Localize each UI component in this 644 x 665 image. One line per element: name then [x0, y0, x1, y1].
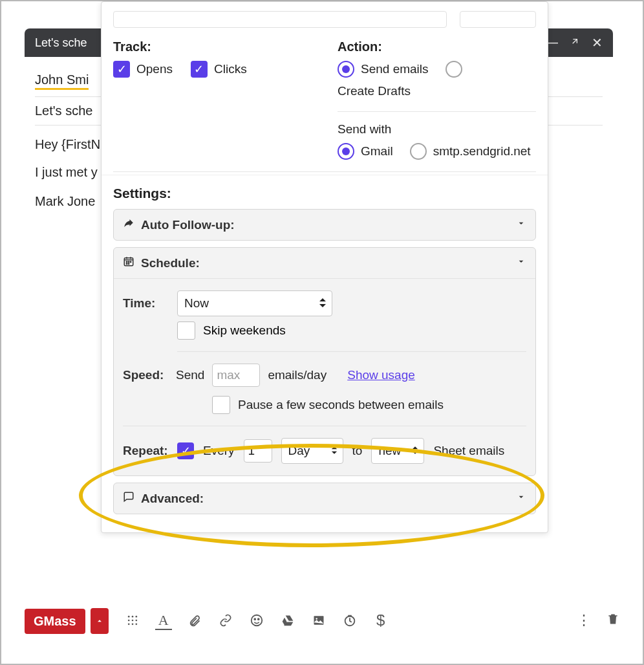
image-icon[interactable]	[310, 612, 327, 629]
comment-icon	[123, 491, 134, 506]
repeat-to-text: to	[352, 444, 363, 458]
track-opens-checkbox[interactable]: ✓	[113, 61, 130, 78]
skip-weekends-label: Skip weekends	[203, 323, 286, 338]
link-icon[interactable]	[217, 612, 234, 629]
confidential-icon[interactable]	[341, 612, 358, 629]
svg-point-7	[131, 624, 133, 626]
sendwith-gmail-label: Gmail	[361, 144, 393, 158]
svg-point-9	[251, 615, 262, 626]
svg-point-11	[257, 618, 259, 620]
chevron-down-icon	[516, 218, 526, 232]
expand-icon[interactable]	[570, 35, 580, 50]
chevron-down-icon	[516, 492, 526, 505]
speed-max-input[interactable]: max	[212, 364, 260, 387]
repeat-sheet-label: Sheet emails	[433, 444, 504, 458]
svg-point-6	[127, 624, 129, 626]
emoji-icon[interactable]	[248, 612, 265, 629]
repeat-every-text: Every	[203, 444, 235, 458]
dollar-icon[interactable]: $	[372, 612, 389, 629]
close-icon[interactable]: ✕	[592, 35, 603, 50]
pause-label: Pause a few seconds between emails	[238, 398, 444, 412]
drive-icon[interactable]	[279, 612, 296, 629]
sendwith-label: Send with	[338, 122, 536, 136]
time-select[interactable]: Now	[177, 290, 332, 316]
advanced-section: Advanced:	[113, 483, 536, 514]
action-label: Action:	[338, 39, 536, 54]
speed-send-text: Send	[176, 368, 204, 382]
action-create-drafts-radio[interactable]	[445, 61, 462, 78]
svg-point-1	[131, 616, 133, 618]
skip-weekends-checkbox[interactable]	[177, 322, 195, 340]
svg-point-19	[126, 263, 127, 265]
track-clicks-checkbox[interactable]: ✓	[191, 61, 208, 78]
repeat-label: Repeat:	[123, 444, 168, 458]
reply-icon	[123, 217, 134, 232]
svg-point-4	[131, 620, 133, 622]
sendwith-gmail-radio[interactable]	[338, 143, 354, 160]
action-send-emails-radio[interactable]	[338, 61, 354, 78]
formatting-options-icon[interactable]	[124, 612, 141, 629]
gmass-send-button[interactable]: GMass	[25, 609, 85, 634]
time-label: Time:	[123, 296, 168, 311]
svg-point-18	[130, 261, 131, 263]
svg-point-16	[126, 261, 127, 263]
repeat-checkbox[interactable]: ✓	[177, 442, 194, 459]
action-send-emails-label: Send emails	[361, 62, 429, 76]
track-clicks-label: Clicks	[214, 62, 247, 76]
schedule-section: Schedule: Time: Now	[113, 247, 536, 476]
repeat-to-select[interactable]: new	[371, 438, 424, 464]
auto-followup-header[interactable]: Auto Follow-up:	[114, 210, 535, 240]
advanced-title: Advanced:	[141, 492, 204, 506]
advanced-header[interactable]: Advanced:	[114, 483, 535, 514]
speed-suffix: emails/day	[268, 368, 327, 382]
settings-label: Settings:	[102, 175, 548, 209]
font-icon[interactable]: A	[155, 612, 172, 630]
auto-followup-section: Auto Follow-up:	[113, 209, 536, 241]
svg-point-2	[135, 616, 137, 618]
compose-toolbar: GMass A	[25, 607, 623, 635]
pause-checkbox[interactable]	[212, 396, 230, 414]
recipient-chip[interactable]: John Smi	[35, 72, 89, 90]
svg-point-20	[128, 263, 129, 265]
track-opens-label: Opens	[136, 62, 173, 76]
calendar-icon	[123, 256, 134, 270]
more-options-icon[interactable]: ⋮	[577, 612, 591, 630]
svg-point-5	[135, 620, 137, 622]
show-usage-link[interactable]: Show usage	[347, 368, 415, 382]
discard-draft-icon[interactable]	[606, 612, 619, 630]
svg-point-3	[127, 620, 129, 622]
gmass-dropdown-button[interactable]	[91, 608, 109, 634]
gmass-settings-panel: Track: ✓ Opens ✓ Clicks Action: Send ema…	[101, 1, 548, 533]
sendwith-smtp-radio[interactable]	[410, 143, 427, 160]
repeat-unit-select[interactable]: Day	[281, 438, 343, 464]
svg-point-0	[127, 616, 129, 618]
track-label: Track:	[113, 39, 312, 54]
svg-point-8	[135, 624, 137, 626]
attach-icon[interactable]	[186, 612, 203, 629]
schedule-title: Schedule:	[141, 256, 200, 270]
sendwith-smtp-label: smtp.sendgrid.net	[433, 144, 531, 158]
schedule-header[interactable]: Schedule:	[114, 248, 535, 278]
svg-point-17	[128, 261, 129, 263]
repeat-count-input[interactable]: 1	[244, 439, 272, 463]
svg-point-10	[254, 618, 255, 620]
speed-label: Speed:	[123, 368, 168, 382]
svg-point-13	[316, 618, 317, 620]
chevron-down-icon	[516, 256, 526, 270]
auto-followup-title: Auto Follow-up:	[141, 218, 235, 232]
action-create-drafts-label: Create Drafts	[338, 84, 411, 98]
